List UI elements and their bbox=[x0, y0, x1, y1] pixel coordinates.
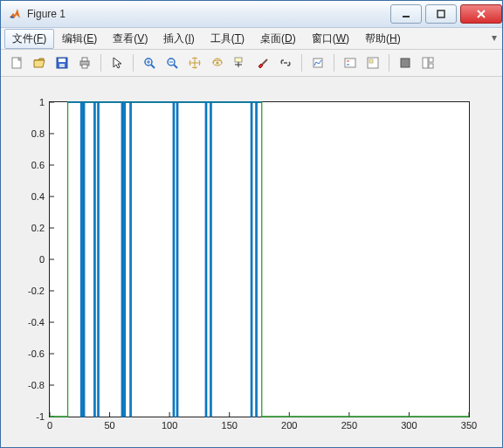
new-figure-icon[interactable] bbox=[6, 52, 27, 73]
svg-line-12 bbox=[151, 65, 155, 68]
svg-rect-30 bbox=[401, 59, 410, 67]
show-plot-tools-icon[interactable] bbox=[417, 52, 438, 73]
print-icon[interactable] bbox=[74, 52, 95, 73]
toolbar-separator bbox=[334, 54, 334, 72]
toolbar-separator bbox=[133, 54, 134, 72]
figure-window: Figure 1 文件(F) 编辑(E) 查看(V) 插入(I) 工具(T) 桌… bbox=[0, 0, 503, 448]
svg-point-19 bbox=[217, 62, 219, 65]
toolbar-separator bbox=[301, 54, 302, 72]
menu-edit[interactable]: 编辑(E) bbox=[54, 29, 105, 49]
ytick: 0.6 bbox=[31, 160, 45, 170]
ytick: -0.4 bbox=[28, 317, 45, 327]
ytick: 0.2 bbox=[31, 223, 45, 233]
ytick: -0.8 bbox=[28, 380, 45, 390]
axes[interactable]: -1-0.8-0.6-0.4-0.200.20.40.60.8105010015… bbox=[49, 101, 470, 417]
xtick: 100 bbox=[162, 420, 177, 431]
xtick: 200 bbox=[281, 420, 297, 431]
maximize-button[interactable] bbox=[425, 4, 457, 24]
xtick: 0 bbox=[47, 420, 52, 431]
svg-rect-25 bbox=[345, 59, 355, 67]
menu-overflow-icon[interactable]: ▾ bbox=[492, 31, 497, 44]
rotate3d-icon[interactable] bbox=[207, 52, 228, 73]
pointer-icon[interactable] bbox=[107, 52, 127, 73]
xtick: 300 bbox=[401, 420, 417, 431]
svg-rect-33 bbox=[429, 64, 433, 68]
toolbar-separator bbox=[100, 54, 101, 72]
svg-rect-29 bbox=[369, 59, 373, 63]
colorbar-icon[interactable] bbox=[307, 52, 328, 73]
menu-window[interactable]: 窗口(W) bbox=[304, 29, 357, 49]
open-icon[interactable] bbox=[29, 52, 50, 73]
ytick: 1 bbox=[39, 97, 45, 107]
titlebar[interactable]: Figure 1 bbox=[1, 1, 502, 28]
link-icon[interactable] bbox=[275, 52, 296, 73]
ytick: 0 bbox=[39, 254, 45, 265]
svg-rect-7 bbox=[59, 64, 65, 67]
toolbar-separator bbox=[389, 54, 389, 72]
menubar: 文件(F) 编辑(E) 查看(V) 插入(I) 工具(T) 桌面(D) 窗口(W… bbox=[1, 28, 502, 50]
menu-insert[interactable]: 插入(I) bbox=[155, 29, 202, 49]
legend-icon[interactable] bbox=[340, 52, 361, 73]
matlab-icon bbox=[8, 7, 22, 21]
menu-tools[interactable]: 工具(T) bbox=[203, 29, 252, 49]
svg-rect-31 bbox=[423, 58, 428, 68]
zoom-out-icon[interactable] bbox=[162, 52, 183, 73]
ytick: -1 bbox=[36, 411, 45, 422]
brush-icon[interactable] bbox=[252, 52, 273, 73]
zoom-in-icon[interactable] bbox=[139, 52, 160, 73]
xtick: 350 bbox=[461, 420, 477, 431]
svg-rect-32 bbox=[429, 58, 433, 62]
menu-file[interactable]: 文件(F) bbox=[4, 29, 54, 49]
ytick: 0.4 bbox=[31, 191, 45, 202]
svg-rect-6 bbox=[59, 59, 65, 62]
svg-line-23 bbox=[262, 59, 267, 65]
xtick: 50 bbox=[104, 420, 114, 431]
close-button[interactable] bbox=[460, 4, 502, 24]
datacursor-icon[interactable] bbox=[230, 52, 251, 73]
menu-help[interactable]: 帮助(H) bbox=[357, 29, 409, 49]
xtick: 150 bbox=[222, 420, 238, 431]
ytick: -0.2 bbox=[28, 286, 45, 296]
window-title: Figure 1 bbox=[27, 8, 65, 20]
hide-plot-tools-icon[interactable] bbox=[395, 52, 416, 73]
ytick: -0.6 bbox=[28, 348, 45, 359]
menu-desktop[interactable]: 桌面(D) bbox=[252, 29, 304, 49]
chart-lines bbox=[50, 102, 469, 417]
svg-rect-1 bbox=[438, 10, 444, 17]
menu-view[interactable]: 查看(V) bbox=[105, 29, 155, 49]
save-icon[interactable] bbox=[52, 52, 72, 73]
ytick: 0.8 bbox=[31, 128, 45, 139]
plot-area[interactable]: -1-0.8-0.6-0.4-0.200.20.40.60.8105010015… bbox=[1, 77, 502, 447]
minimize-button[interactable] bbox=[390, 4, 422, 24]
svg-rect-10 bbox=[82, 65, 87, 68]
svg-rect-20 bbox=[235, 58, 242, 62]
svg-rect-9 bbox=[82, 58, 87, 61]
xtick: 250 bbox=[341, 420, 357, 431]
svg-line-16 bbox=[174, 65, 177, 68]
toolbar bbox=[1, 50, 502, 77]
insert-axes-icon[interactable] bbox=[362, 52, 383, 73]
pan-icon[interactable] bbox=[184, 52, 205, 73]
